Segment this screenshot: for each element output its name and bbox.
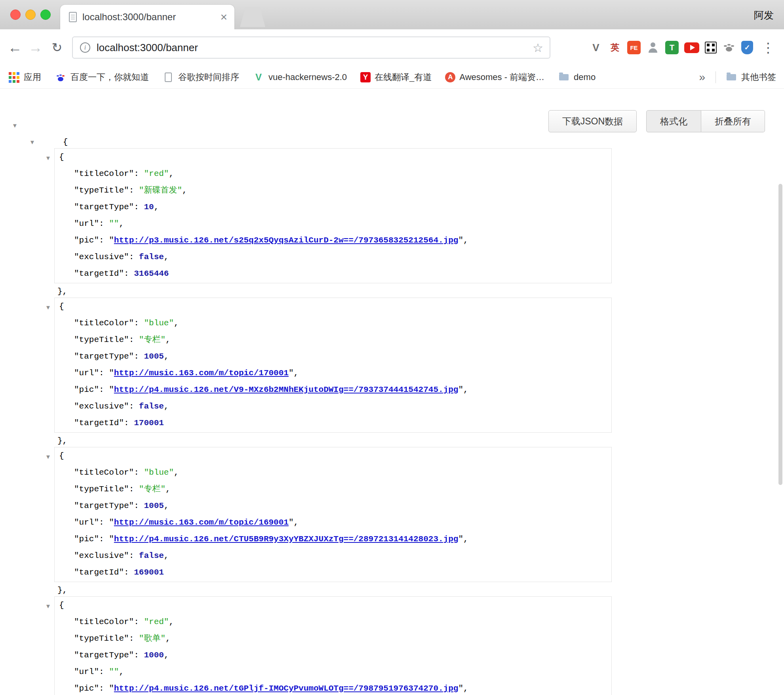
json-url-link[interactable]: http://music.163.com/m/topic/170001 [114,369,289,378]
collapse-toggle-icon[interactable]: ▼ [45,449,51,465]
json-key: "titleColor" [74,169,134,178]
json-field-exclusive: "exclusive": false, [55,548,611,564]
bookmark-apps[interactable]: 应用 [8,71,41,83]
json-url-link[interactable]: http://p4.music.126.net/tGPljf-IMOCyPvum… [114,684,459,693]
browser-menu-icon[interactable]: ⋮ [759,29,777,66]
json-quote: " [109,684,114,693]
bookmark-awesomes[interactable]: A Awesomes - 前端资… [445,71,544,83]
json-field-targetId: "targetId": 169001 [55,564,611,581]
bookmark-label: demo [574,72,596,82]
bookmarks-overflow-icon[interactable]: » [699,71,705,84]
extension-icon-profile[interactable] [646,41,660,54]
folder-icon [558,71,570,83]
json-colon: : [99,219,109,228]
json-comma: , [294,369,299,378]
json-comma: , [119,667,124,676]
page-content: 下载JSON数据 格式化 折叠所有 ▼{ ▼"banners": [ ▼{"ti… [0,89,784,695]
bookmark-youdao[interactable]: Y 在线翻译_有道 [360,71,432,83]
new-tab-button[interactable] [240,7,265,27]
minimize-window-button[interactable] [25,10,36,20]
navigation-toolbar: ← → ↻ i localhost:3000/banner ☆ V 英 FE T… [0,29,784,66]
reload-button[interactable]: ↻ [47,29,67,66]
window-controls [10,10,51,20]
json-comma: , [164,651,169,660]
close-window-button[interactable] [10,10,21,20]
extension-icon-qrcode[interactable] [705,42,717,53]
forward-button[interactable]: → [25,29,46,66]
extension-icon-youtube[interactable] [684,42,699,53]
close-brace: }, [57,287,67,296]
banner-object-3: ▼{"titleColor": "blue","typeTitle": "专栏"… [0,447,784,599]
json-quote: " [109,518,114,527]
json-colon: : [129,485,139,494]
bookmarks-bar: 应用 百度一下，你就知道 谷歌按时间排序 V vue-hackernews-2.… [0,66,784,89]
extension-icon-vimium[interactable]: V [589,41,603,54]
bookmark-star-icon[interactable]: ☆ [533,41,543,55]
json-key: "exclusive" [74,252,129,262]
json-colon: : [134,651,144,660]
close-brace: }, [57,436,67,445]
json-comma: , [166,634,171,643]
object-open-brace: { [55,149,611,166]
json-key: "titleColor" [74,468,134,477]
json-key: "exclusive" [74,402,129,411]
json-quote: " [109,236,114,245]
extensions-row: V 英 FE T ✓ [589,29,753,66]
json-key: "titleColor" [74,319,134,328]
json-field-targetType: "targetType": 1005, [55,498,611,514]
json-url-link[interactable]: http://music.163.com/m/topic/169001 [114,518,289,527]
json-url-link[interactable]: http://p4.music.126.net/CTU5B9R9y3XyYBZX… [114,535,459,544]
bookmark-baidu[interactable]: 百度一下，你就知道 [55,71,149,83]
banner-object-4: ▼{"titleColor": "red","typeTitle": "歌单",… [0,596,784,695]
json-field-pic: "pic": "http://p4.music.126.net/V9-MXz6b… [55,382,611,398]
json-colon: : [129,335,139,344]
object-open-brace: { [55,597,611,614]
extension-icon-green-shield[interactable]: T [665,41,679,54]
json-colon: : [124,568,134,577]
json-colon: : [99,684,109,693]
json-key: "targetType" [74,202,134,212]
banner-object-2: ▼{"titleColor": "blue","typeTitle": "专栏"… [0,298,784,449]
json-field-exclusive: "exclusive": false, [55,249,611,265]
json-colon: : [129,634,139,643]
json-quote: " [458,236,463,245]
extension-icon-blue-shield[interactable]: ✓ [741,41,753,54]
bookmark-google-sort[interactable]: 谷歌按时间排序 [162,71,239,83]
json-url-link[interactable]: http://p3.music.126.net/s25q2x5QyqsAzilC… [114,236,459,245]
json-number-value: 3165446 [134,269,169,278]
json-key: "targetId" [74,418,124,428]
collapse-toggle-icon[interactable]: ▼ [45,150,51,166]
collapse-toggle-icon[interactable]: ▼ [45,299,51,316]
collapse-toggle-icon[interactable]: ▼ [12,117,18,134]
json-colon: : [99,667,109,676]
bookmark-label: 百度一下，你就知道 [70,71,149,83]
back-button[interactable]: ← [5,29,25,66]
json-quote: " [289,369,294,378]
extension-icon-translate[interactable]: 英 [608,41,622,54]
tab-close-icon[interactable]: × [220,11,227,23]
json-field-typeTitle: "typeTitle": "歌单", [55,630,611,647]
vertical-scrollbar[interactable] [778,184,782,485]
json-field-typeTitle: "typeTitle": "专栏", [55,332,611,348]
page-info-icon[interactable]: i [80,42,90,53]
other-bookmarks-folder[interactable]: 其他书签 [725,71,776,83]
json-url-link[interactable]: http://p4.music.126.net/V9-MXz6b2MNhEKju… [114,385,459,394]
awesomes-icon: A [445,72,455,82]
extension-icon-fe[interactable]: FE [627,41,641,54]
json-field-titleColor: "titleColor": "blue", [55,464,611,481]
json-viewer: ▼{ ▼"banners": [ ▼{"titleColor": "red","… [0,117,784,695]
bookmark-demo-folder[interactable]: demo [558,71,596,83]
bookmark-vue-hackernews[interactable]: V vue-hackernews-2.0 [253,71,347,83]
baidu-paw-icon [55,71,67,83]
zoom-window-button[interactable] [40,10,51,20]
json-field-url: "url": "", [55,216,611,232]
address-bar[interactable]: i localhost:3000/banner ☆ [72,36,550,59]
page-favicon-icon [69,12,77,22]
extension-icon-paw[interactable] [722,41,736,54]
window-titlebar: localhost:3000/banner × 阿发 [0,0,784,29]
json-comma: , [174,319,179,328]
json-comma: , [169,169,174,178]
profile-name[interactable]: 阿发 [754,9,774,22]
collapse-toggle-icon[interactable]: ▼ [45,598,51,615]
browser-tab[interactable]: localhost:3000/banner × [60,5,234,29]
